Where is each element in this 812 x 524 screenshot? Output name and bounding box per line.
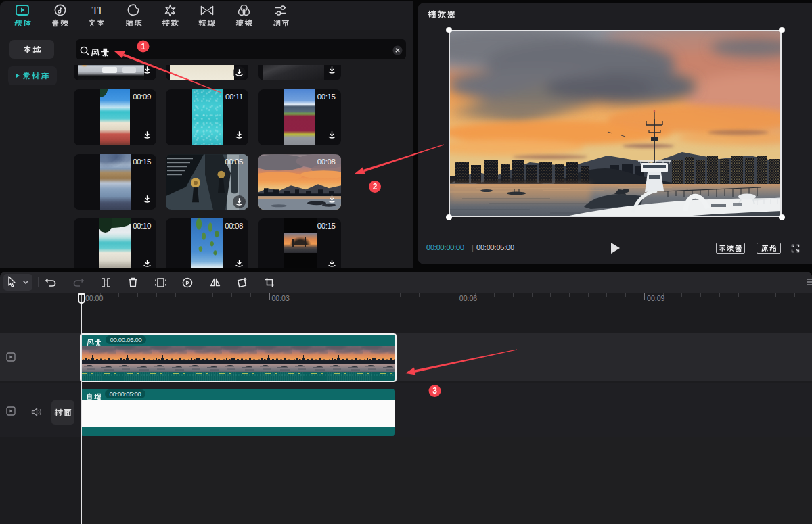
svg-text:TI: TI bbox=[91, 5, 102, 16]
